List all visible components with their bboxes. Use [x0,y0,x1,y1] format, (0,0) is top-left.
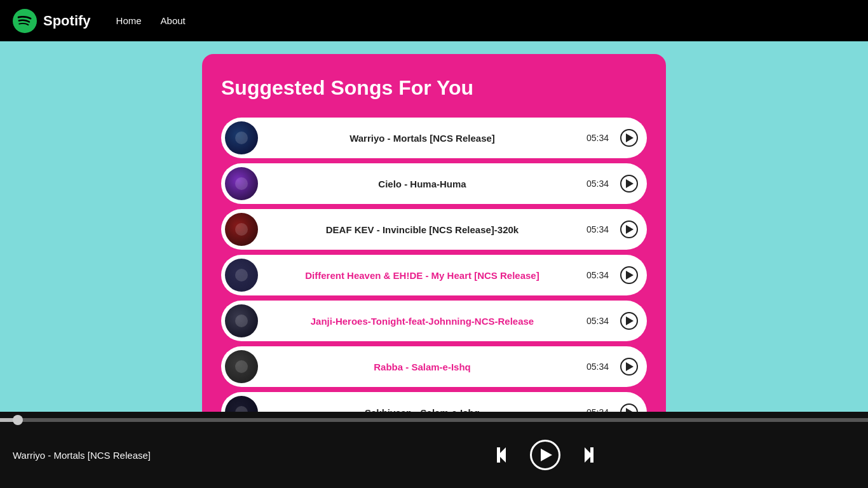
song-avatar [225,121,258,154]
play-triangle-icon [626,179,634,188]
song-duration: 05:34 [587,133,609,143]
svg-rect-9 [497,447,500,463]
song-title: Janji-Heroes-Tonight-feat-Johnning-NCS-R… [266,316,579,327]
song-play-button[interactable] [620,266,638,284]
suggestions-card: Suggested Songs For You Warriyo - Mortal… [202,54,666,412]
player-bar: Warriyo - Mortals [NCS Release] [0,412,868,488]
song-title: Rabba - Salam-e-Ishq [266,362,579,372]
song-item[interactable]: Janji-Heroes-Tonight-feat-Johnning-NCS-R… [221,301,647,341]
song-avatar [225,396,258,412]
song-title: DEAF KEV - Invincible [NCS Release]-320k [266,224,579,235]
progress-track[interactable] [0,418,868,422]
song-duration: 05:34 [587,224,609,234]
main-content: Suggested Songs For You Warriyo - Mortal… [0,41,868,412]
play-button[interactable] [530,440,560,470]
song-title: Different Heaven & EH!DE - My Heart [NCS… [266,270,579,281]
play-triangle-icon [626,362,634,371]
prev-icon [494,444,517,466]
svg-point-7 [235,406,248,412]
song-item[interactable]: DEAF KEV - Invincible [NCS Release]-320k… [221,209,647,250]
next-icon [573,444,596,466]
brand-name: Spotify [43,13,91,29]
song-duration: 05:34 [587,316,609,326]
song-duration: 05:34 [587,407,609,412]
song-duration: 05:34 [587,362,609,372]
song-play-button[interactable] [620,358,638,376]
nav-about-link[interactable]: About [161,15,186,26]
svg-point-6 [235,360,248,373]
spotify-logo-icon [13,9,37,33]
svg-point-3 [235,223,248,236]
song-play-button[interactable] [620,175,638,193]
song-avatar [225,350,258,383]
song-avatar [225,304,258,337]
play-triangle-icon [626,133,634,142]
player-controls [235,440,855,470]
svg-point-4 [235,269,248,281]
song-list: Warriyo - Mortals [NCS Release]05:34Ciel… [221,118,647,412]
song-title: Cielo - Huma-Huma [266,179,579,189]
song-item[interactable]: Different Heaven & EH!DE - My Heart [NCS… [221,255,647,295]
song-duration: 05:34 [587,270,609,280]
play-triangle-icon [626,316,634,325]
song-play-button[interactable] [620,129,638,147]
song-item[interactable]: Cielo - Huma-Huma05:34 [221,163,647,204]
svg-point-2 [235,177,248,190]
play-triangle-icon [626,225,634,234]
svg-point-1 [235,132,248,144]
song-avatar [225,167,258,200]
navbar: Spotify Home About [0,0,868,41]
song-play-button[interactable] [620,403,638,412]
song-item[interactable]: Sakhiyaan - Salam-e-Ishq05:34 [221,392,647,412]
next-button[interactable] [573,444,596,466]
song-play-button[interactable] [620,220,638,238]
svg-point-5 [235,315,248,327]
song-item[interactable]: Warriyo - Mortals [NCS Release]05:34 [221,118,647,158]
song-avatar [225,213,258,246]
prev-button[interactable] [494,444,517,466]
song-play-button[interactable] [620,312,638,330]
play-triangle-icon [626,271,634,280]
card-title: Suggested Songs For You [221,76,647,100]
song-avatar [225,259,258,292]
song-title: Sakhiyaan - Salam-e-Ishq [266,407,579,412]
now-playing-label: Warriyo - Mortals [NCS Release] [13,450,235,461]
player-bottom: Warriyo - Mortals [NCS Release] [0,422,868,488]
play-triangle-icon [541,449,552,461]
nav-links: Home About [116,15,186,26]
song-item[interactable]: Rabba - Salam-e-Ishq05:34 [221,346,647,387]
play-circle-icon [530,440,560,470]
song-title: Warriyo - Mortals [NCS Release] [266,133,579,144]
svg-rect-11 [590,447,593,463]
nav-home-link[interactable]: Home [116,15,142,26]
song-duration: 05:34 [587,179,609,189]
brand: Spotify [13,9,91,33]
